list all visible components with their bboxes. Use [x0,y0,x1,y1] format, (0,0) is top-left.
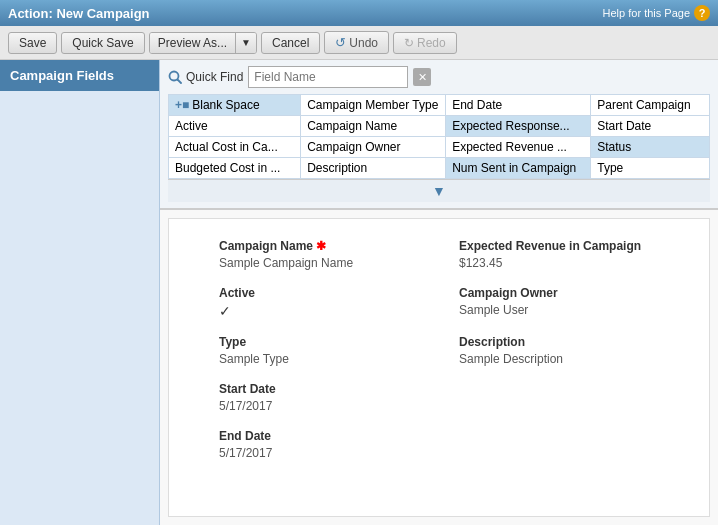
redo-label: Redo [417,36,446,50]
field-cell[interactable]: Description [301,158,446,179]
form-row: Active✓Campaign OwnerSample User [219,286,659,319]
sidebar-item-campaign-fields[interactable]: Campaign Fields [0,60,159,91]
field-cell[interactable]: Num Sent in Campaign [446,158,591,179]
field-cell[interactable]: Expected Response... [446,116,591,137]
add-field-icon: +■ [175,98,189,112]
field-cell[interactable]: Actual Cost in Ca... [169,137,301,158]
quick-find-label: Quick Find [168,70,243,84]
fields-table: +■Blank SpaceCampaign Member TypeEnd Dat… [168,94,710,179]
clear-search-button[interactable]: ✕ [413,68,431,86]
form-field: Campaign Name✱Sample Campaign Name [219,239,419,270]
field-cell[interactable]: Status [591,137,710,158]
field-cell[interactable]: Parent Campaign [591,95,710,116]
field-cell[interactable]: Budgeted Cost in ... [169,158,301,179]
field-cell[interactable]: Campaign Owner [301,137,446,158]
field-value: $123.45 [459,256,659,270]
form-field: Active✓ [219,286,419,319]
svg-line-1 [178,80,182,84]
form-field: Expected Revenue in Campaign$123.45 [459,239,659,270]
undo-label: Undo [349,36,378,50]
form-field [459,382,659,413]
field-label: Expected Revenue in Campaign [459,239,659,253]
field-value: Sample Description [459,352,659,366]
redo-button[interactable]: ↻ Redo [393,32,457,54]
field-value: 5/17/2017 [219,446,419,460]
main-content: Campaign Fields Quick Find ✕ [0,60,718,525]
undo-icon: ↺ [335,35,346,50]
help-icon: ? [694,5,710,21]
scroll-down-arrow[interactable]: ▼ [432,183,446,199]
field-value: 5/17/2017 [219,399,419,413]
form-row: Campaign Name✱Sample Campaign NameExpect… [219,239,659,270]
field-cell[interactable]: Campaign Name [301,116,446,137]
page-title: Action: New Campaign [8,6,150,21]
required-indicator: ✱ [316,239,326,253]
field-cell[interactable]: Start Date [591,116,710,137]
field-label: Campaign Owner [459,286,659,300]
scroll-indicator: ▼ [168,179,710,202]
quick-find-text: Quick Find [186,70,243,84]
sidebar: Campaign Fields [0,60,160,525]
form-field: Campaign OwnerSample User [459,286,659,319]
quick-save-button[interactable]: Quick Save [61,32,144,54]
field-label: Campaign Name✱ [219,239,419,253]
quick-find-bar: Quick Find ✕ [168,66,710,88]
field-value: ✓ [219,303,419,319]
form-field: Start Date5/17/2017 [219,382,419,413]
field-label: Type [219,335,419,349]
field-value: Sample User [459,303,659,317]
field-value: Sample Campaign Name [219,256,419,270]
form-row: TypeSample TypeDescriptionSample Descrip… [219,335,659,366]
checkmark-icon: ✓ [219,303,231,319]
help-label: Help for this Page [603,7,690,19]
form-row: End Date5/17/2017 [219,429,659,460]
header-bar: Action: New Campaign Help for this Page … [0,0,718,26]
field-value: Sample Type [219,352,419,366]
field-cell[interactable]: End Date [446,95,591,116]
preview-area: Campaign Name✱Sample Campaign NameExpect… [168,218,710,517]
field-cell[interactable]: +■Blank Space [169,95,301,116]
sidebar-item-label: Campaign Fields [10,68,114,83]
field-label: End Date [219,429,419,443]
form-row: Start Date5/17/2017 [219,382,659,413]
quick-find-input[interactable] [248,66,408,88]
cancel-button[interactable]: Cancel [261,32,320,54]
field-cell[interactable]: Campaign Member Type [301,95,446,116]
help-link[interactable]: Help for this Page ? [603,5,710,21]
form-field: TypeSample Type [219,335,419,366]
undo-redo-group: ↺ Undo ↻ Redo [324,31,456,54]
undo-button[interactable]: ↺ Undo [324,31,389,54]
field-cell[interactable]: Expected Revenue ... [446,137,591,158]
preview-as-dropdown-arrow[interactable]: ▼ [235,33,256,53]
fields-picker: Quick Find ✕ +■Blank SpaceCampaign Membe… [160,60,718,210]
save-button[interactable]: Save [8,32,57,54]
form-field: DescriptionSample Description [459,335,659,366]
form-field: End Date5/17/2017 [219,429,419,460]
search-icon [168,70,182,84]
field-label: Description [459,335,659,349]
preview-as-label[interactable]: Preview As... [150,33,235,53]
redo-icon: ↻ [404,36,414,50]
preview-as-button[interactable]: Preview As... ▼ [149,32,257,54]
right-panel: Quick Find ✕ +■Blank SpaceCampaign Membe… [160,60,718,525]
form-field [459,429,659,460]
field-cell[interactable]: Type [591,158,710,179]
field-cell[interactable]: Active [169,116,301,137]
field-label: Active [219,286,419,300]
field-label: Start Date [219,382,419,396]
toolbar: Save Quick Save Preview As... ▼ Cancel ↺… [0,26,718,60]
